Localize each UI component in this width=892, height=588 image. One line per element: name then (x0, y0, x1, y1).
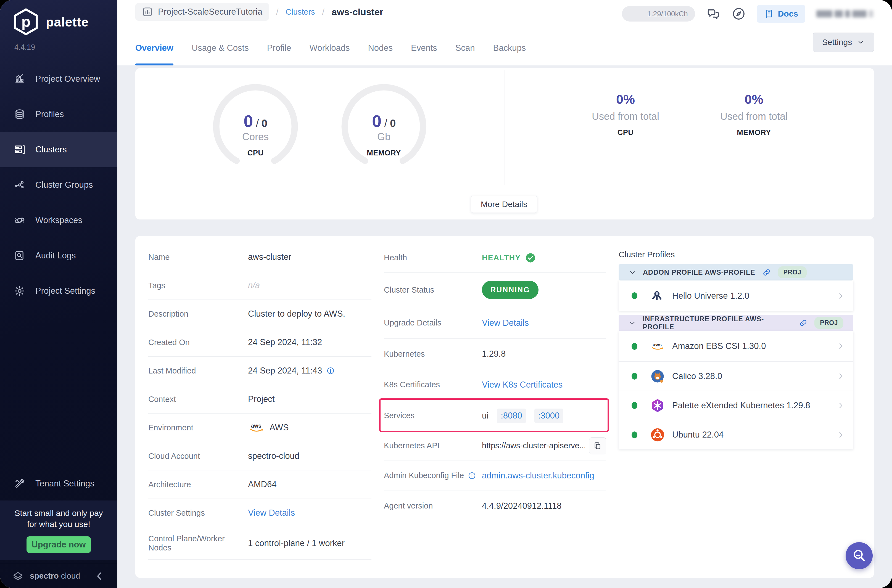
service-port-link[interactable]: :8080 (497, 409, 526, 423)
compass-icon[interactable] (731, 7, 746, 21)
sidebar-item-workspaces[interactable]: Workspaces (0, 202, 117, 238)
detail-label: Agent version (384, 501, 482, 510)
detail-value: 1 control-plane / 1 worker (248, 538, 371, 548)
tab-usage-costs[interactable]: Usage & Costs (192, 30, 249, 65)
sidebar-footer: spectro cloud (0, 564, 117, 588)
detail-row-kubernetes: Kubernetes 1.29.8 (384, 339, 606, 369)
project-overview-icon (14, 73, 26, 85)
breadcrumb-project-chip[interactable]: Project-ScaleSecureTutoria (135, 3, 269, 21)
detail-row-k8s-certificates: K8s Certificates View K8s Certificates (384, 369, 606, 400)
profile-layer-name: Hello Universe 1.2.0 (672, 291, 749, 301)
settings-button[interactable]: Settings (813, 33, 874, 52)
sidebar-item-project-overview[interactable]: Project Overview (0, 61, 117, 97)
aws-icon: aws (248, 422, 265, 433)
info-icon[interactable] (326, 367, 335, 375)
detail-row-admin-kubeconfig-file: Admin Kubeconfig File admin.aws-cluster.… (384, 460, 606, 491)
calico-icon (650, 369, 665, 384)
breadcrumb-clusters-link[interactable]: Clusters (285, 8, 315, 16)
version-label: 4.4.19 (14, 43, 35, 52)
scope-badge: PROJ (814, 317, 843, 329)
detail-row-name: Name aws-cluster (148, 243, 371, 272)
sidebar-item-label: Cluster Groups (35, 180, 93, 190)
more-details-button[interactable]: More Details (471, 196, 537, 213)
upgrade-details-link[interactable]: View Details (482, 318, 529, 328)
profile-layer-palette-extended-kubernetes-1-29-8[interactable]: Palette eXtended Kubernetes 1.29.8 (619, 391, 853, 420)
chevron-right-icon (836, 342, 845, 351)
breadcrumb-current-cluster: aws-cluster (332, 7, 383, 17)
k8s-certificates-link[interactable]: View K8s Certificates (482, 380, 563, 390)
top-header: Project-ScaleSecureTutoria / Clusters / … (117, 0, 892, 65)
tab-profile[interactable]: Profile (267, 30, 291, 65)
hello-universe-icon (650, 288, 665, 303)
detail-value: n/a (248, 280, 371, 290)
sidebar-item-tenant-settings[interactable]: Tenant Settings (0, 466, 117, 501)
services-value: ui :8080:3000 (482, 409, 606, 423)
detail-label: Cluster Status (384, 285, 482, 294)
tab-backups[interactable]: Backups (493, 30, 526, 65)
sidebar-item-clusters[interactable]: Clusters (0, 132, 117, 167)
clusters-icon (14, 144, 26, 155)
breadcrumb-project-name: Project-ScaleSecureTutoria (158, 7, 262, 17)
detail-row-tags: Tags n/a (148, 272, 371, 300)
upgrade-now-button[interactable]: Upgrade now (27, 536, 91, 553)
search-help-icon (851, 548, 867, 563)
profile-layer-hello-universe-1-2-0[interactable]: Hello Universe 1.2.0 (619, 280, 853, 311)
detail-label: Environment (148, 423, 248, 432)
profile-section-infrastructure-profile-aws-profile: INFRASTRUCTURE PROFILE AWS-PROFILE PROJ … (619, 315, 853, 449)
breadcrumb-separator: / (322, 7, 324, 16)
main-content: 0/0 Cores CPU 0/0 Gb MEMORY 0% Used from… (117, 65, 892, 588)
detail-value: aws-cluster (248, 252, 371, 262)
chat-icon[interactable] (706, 7, 721, 21)
cluster-tabs: OverviewUsage & CostsProfileWorkloadsNod… (135, 30, 526, 65)
docs-button[interactable]: Docs (757, 5, 805, 22)
cluster-profiles-panel: Cluster Profiles ADDON PROFILE AWS-PROFI… (619, 250, 853, 453)
sidebar: p palette 4.4.19 Project Overview Profil… (0, 0, 117, 588)
profile-layer-amazon-ebs-csi-1-30-0[interactable]: aws Amazon EBS CSI 1.30.0 (619, 331, 853, 362)
profile-layer-ubuntu-22-04[interactable]: Ubuntu 22.04 (619, 420, 853, 449)
profile-rows: Hello Universe 1.2.0 (619, 280, 853, 311)
detail-label: Description (148, 309, 248, 319)
status-dot (632, 402, 637, 409)
service-port-link[interactable]: :3000 (535, 409, 564, 423)
scope-badge: PROJ (778, 266, 807, 278)
status-badge: RUNNING (482, 281, 539, 299)
detail-value: awsAWS (248, 422, 371, 433)
help-button[interactable] (845, 542, 872, 569)
tab-scan[interactable]: Scan (455, 30, 475, 65)
chevron-right-icon (836, 401, 845, 410)
upgrade-promo: Start small and only pay for what you us… (0, 501, 117, 560)
cpu-gauge-caption: CPU (210, 149, 301, 158)
chevron-right-icon (836, 372, 845, 381)
detail-value: spectro-cloud (248, 451, 371, 461)
detail-row-environment: Environment awsAWS (148, 414, 371, 442)
profiles-icon (14, 108, 26, 120)
promo-line-2: for what you use! (0, 519, 117, 530)
detail-value: Cluster to deploy to AWS. (248, 309, 371, 319)
kubeconfig-link[interactable]: admin.aws-cluster.kubeconfig (482, 471, 594, 481)
tab-events[interactable]: Events (411, 30, 437, 65)
sidebar-item-label: Audit Logs (35, 250, 76, 261)
sidebar-item-audit-logs[interactable]: Audit Logs (0, 238, 117, 273)
cluster-settings-link[interactable]: View Details (248, 508, 295, 518)
detail-label: Architecture (148, 480, 248, 489)
user-name-redacted[interactable] (816, 10, 873, 17)
detail-row-services: Services ui :8080:3000 (384, 400, 606, 431)
profile-layer-calico-3-28-0[interactable]: Calico 3.28.0 (619, 362, 853, 391)
collapse-sidebar-icon[interactable] (94, 570, 105, 582)
sidebar-item-project-settings[interactable]: Project Settings (0, 273, 117, 309)
sidebar-item-profiles[interactable]: Profiles (0, 97, 117, 132)
tab-nodes[interactable]: Nodes (368, 30, 393, 65)
tab-workloads[interactable]: Workloads (309, 30, 350, 65)
detail-label: Health (384, 253, 482, 262)
profile-section-header[interactable]: INFRASTRUCTURE PROFILE AWS-PROFILE PROJ (619, 315, 853, 331)
profile-section-header[interactable]: ADDON PROFILE AWS-PROFILE PROJ (619, 264, 853, 280)
promo-line-1: Start small and only pay (0, 508, 117, 519)
svg-text:aws: aws (251, 423, 261, 429)
cpu-gauge-unit: Cores (210, 131, 301, 143)
detail-label: Created On (148, 338, 248, 347)
usage-quota-pill[interactable]: 1.29/100kCh (622, 6, 695, 21)
sidebar-item-cluster-groups[interactable]: Cluster Groups (0, 167, 117, 202)
tab-overview[interactable]: Overview (135, 30, 173, 65)
info-icon[interactable] (468, 471, 476, 480)
copy-button[interactable] (589, 437, 606, 454)
